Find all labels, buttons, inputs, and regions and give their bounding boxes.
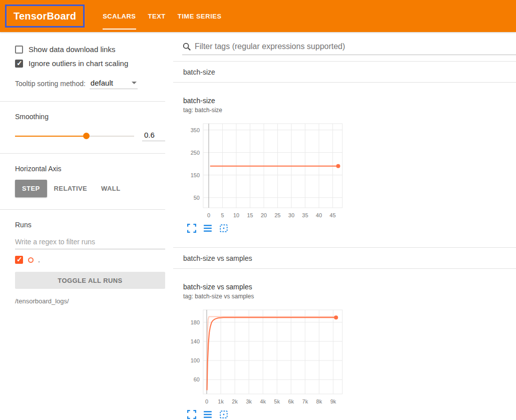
chart-toolbar [187,224,516,234]
chart-card-batch-size: batch-size tag: batch-size 5015025035005… [173,83,516,234]
chevron-down-icon [132,82,137,84]
app-header: TensorBoard SCALARS TEXT TIME SERIES [0,0,516,32]
smoothing-value-field[interactable]: 0.6 [142,131,165,141]
svg-text:5: 5 [221,212,224,218]
tab-text[interactable]: TEXT [148,0,166,32]
svg-text:150: 150 [191,172,200,178]
run-name: . [38,256,40,264]
svg-text:250: 250 [191,150,200,156]
chart-tag-subtitle: tag: batch-size [183,107,516,114]
chart-tag-subtitle: tag: batch-size vs samples [183,293,516,300]
svg-text:15: 15 [247,212,253,218]
divider [0,209,165,210]
divider [0,101,165,102]
run-color-swatch-icon [28,257,34,263]
svg-text:0: 0 [207,212,210,218]
tooltip-sorting-value: default [91,79,113,87]
run-list-item[interactable]: . [15,256,165,264]
svg-text:180: 180 [191,319,200,325]
runs-regex-input[interactable] [15,236,165,249]
horizontal-axis-heading: Horizontal Axis [15,165,165,173]
chart-toolbar [187,410,516,420]
fit-domain-icon[interactable] [219,224,229,234]
line-chart-batch-size[interactable]: 50150250350051015202530354045 [183,119,348,221]
tag-section-header-batch-size[interactable]: batch-size [173,61,516,83]
tag-filter-bar [182,42,516,55]
runs-heading: Runs [15,221,165,229]
svg-text:35: 35 [302,212,308,218]
log-directory-path: /tensorboard_logs/ [15,297,165,305]
settings-sidebar: Show data download links Ignore outliers… [0,32,173,420]
smoothing-slider-fill [15,136,87,137]
ignore-outliers-label: Ignore outliers in chart scaling [29,59,128,68]
svg-text:50: 50 [194,195,200,201]
runs-selector-icon[interactable] [203,224,213,234]
svg-text:40: 40 [316,212,322,218]
chart-title: batch-size vs samples [183,283,516,291]
axis-relative-button[interactable]: RELATIVE [47,180,95,197]
svg-text:7k: 7k [302,398,308,404]
tooltip-sorting-row: Tooltip sorting method: default [15,79,165,89]
svg-text:100: 100 [191,357,200,363]
tab-time-series[interactable]: TIME SERIES [178,0,222,32]
svg-text:25: 25 [275,212,281,218]
chart-title: batch-size [183,97,516,105]
svg-text:8k: 8k [316,398,322,404]
tag-section-header-batch-size-vs-samples[interactable]: batch-size vs samples [173,247,516,269]
tooltip-sorting-select[interactable]: default [90,79,138,89]
search-icon [182,42,191,51]
axis-wall-button[interactable]: WALL [94,180,127,197]
axis-step-button[interactable]: STEP [15,180,47,197]
tag-filter-input[interactable] [195,42,516,51]
smoothing-slider[interactable] [15,136,134,137]
smoothing-heading: Smoothing [15,113,165,121]
smoothing-slider-knob[interactable] [83,133,90,139]
smoothing-slider-row: 0.6 [15,131,165,141]
svg-text:0: 0 [205,398,208,404]
show-download-links-checkbox[interactable] [15,46,23,54]
svg-text:6k: 6k [288,398,294,404]
fit-domain-icon[interactable] [219,410,229,420]
svg-text:60: 60 [194,376,200,382]
tooltip-sorting-label: Tooltip sorting method: [15,80,86,89]
horizontal-axis-buttons: STEP RELATIVE WALL [15,180,165,197]
svg-text:5k: 5k [274,398,280,404]
show-download-links-label: Show data download links [29,45,115,54]
expand-icon[interactable] [187,224,197,234]
tab-scalars[interactable]: SCALARS [103,0,136,32]
runs-selector-icon[interactable] [203,410,213,420]
app-title: TensorBoard [14,11,76,22]
svg-text:4k: 4k [260,398,266,404]
divider [0,153,165,154]
svg-text:1k: 1k [218,398,224,404]
svg-text:9k: 9k [330,398,336,404]
svg-text:2k: 2k [232,398,238,404]
scalars-dashboard: batch-size batch-size tag: batch-size 50… [173,32,516,420]
svg-text:20: 20 [261,212,267,218]
chart-card-batch-size-vs-samples: batch-size vs samples tag: batch-size vs… [173,269,516,420]
run-checkbox[interactable] [15,256,23,264]
svg-text:45: 45 [330,212,336,218]
tensorboard-logo[interactable]: TensorBoard [5,5,85,28]
svg-text:350: 350 [191,127,200,133]
header-tabs: SCALARS TEXT TIME SERIES [103,0,233,32]
ignore-outliers-row: Ignore outliers in chart scaling [15,59,165,68]
svg-text:3k: 3k [246,398,252,404]
svg-text:10: 10 [233,212,239,218]
ignore-outliers-checkbox[interactable] [15,60,23,68]
show-download-links-row: Show data download links [15,45,165,54]
svg-text:140: 140 [191,338,200,344]
toggle-all-runs-button[interactable]: TOGGLE ALL RUNS [15,272,165,289]
tensorboard-app: TensorBoard SCALARS TEXT TIME SERIES Sho… [0,0,516,420]
line-chart-batch-size-vs-samples[interactable]: 6010014018001k2k3k4k5k6k7k8k9k [183,305,348,407]
expand-icon[interactable] [187,410,197,420]
svg-text:30: 30 [288,212,294,218]
